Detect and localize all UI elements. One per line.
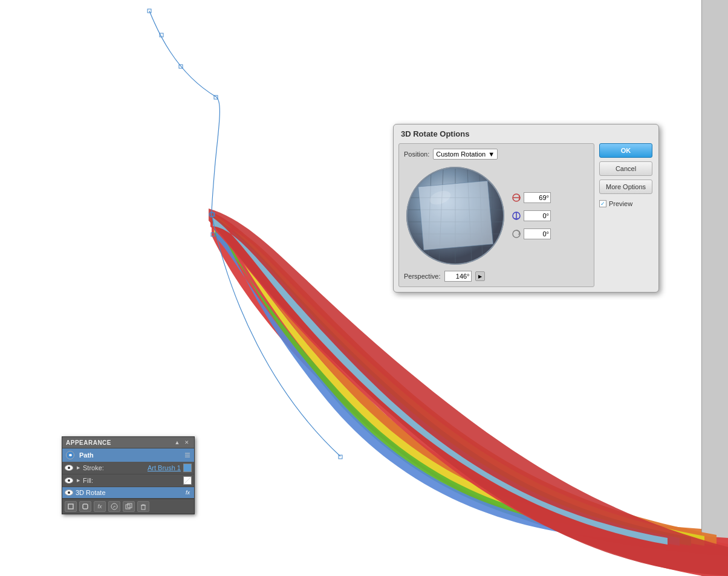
stroke-visibility-eye[interactable] xyxy=(65,465,73,471)
svg-rect-37 xyxy=(141,505,145,510)
x-rotation-icon xyxy=(512,193,521,202)
stroke-label: Stroke: xyxy=(83,464,145,471)
delete-item-button[interactable] xyxy=(137,501,149,512)
fx-icon: fx xyxy=(97,503,102,510)
svg-rect-33 xyxy=(83,504,88,509)
clear-icon xyxy=(111,503,118,510)
path-label: Path xyxy=(79,451,94,459)
dialog-3d-rotate: 3D Rotate Options Position: Custom Rotat… xyxy=(393,124,659,293)
svg-rect-21 xyxy=(418,181,493,250)
rounded-square-icon xyxy=(82,503,89,510)
perspective-input[interactable]: 146° xyxy=(444,271,472,282)
appearance-path-row: Path xyxy=(62,448,194,462)
z-rotation-input[interactable]: 0° xyxy=(524,228,551,239)
appearance-panel: APPEARANCE ▲ ✕ Path ▶ Stroke: Art Brush … xyxy=(62,436,195,514)
x-rotation-row: 69° xyxy=(512,192,551,203)
square-icon xyxy=(67,503,74,510)
dropdown-arrow-icon: ▼ xyxy=(488,150,495,158)
position-select-value: Custom Rotation xyxy=(436,150,486,158)
fill-row: ▶ Fill: xyxy=(62,474,194,487)
dialog-right-panel: OK Cancel More Options ✓ Preview xyxy=(599,143,654,287)
panel-options-svg xyxy=(184,452,190,458)
preview-checkbox[interactable]: ✓ xyxy=(599,200,606,207)
stroke-swatch[interactable] xyxy=(183,464,192,472)
sphere-container xyxy=(404,164,507,267)
rotation-x-icon-svg xyxy=(512,193,521,202)
appearance-footer: fx xyxy=(62,499,194,514)
panel-close-icon[interactable]: ✕ xyxy=(183,439,190,446)
y-rotation-icon xyxy=(512,211,521,221)
cancel-button[interactable]: Cancel xyxy=(599,161,652,176)
y-rotation-input[interactable]: 0° xyxy=(524,210,551,221)
panel-options-icon[interactable] xyxy=(184,452,190,458)
appearance-panel-title: APPEARANCE xyxy=(66,439,111,446)
perspective-slider-arrow[interactable]: ▶ xyxy=(475,271,485,281)
stroke-value[interactable]: Art Brush 1 xyxy=(148,464,181,471)
path-visibility-eye[interactable] xyxy=(66,451,74,459)
dialog-title: 3D Rotate Options xyxy=(398,129,654,138)
z-rotation-row: 0° xyxy=(512,228,551,239)
x-rotation-input[interactable]: 69° xyxy=(524,192,551,203)
sphere-svg xyxy=(404,164,507,267)
preview-row: ✓ Preview xyxy=(599,200,654,207)
rotation-z-icon-svg xyxy=(512,229,521,239)
duplicate-icon xyxy=(125,503,132,510)
position-row: Position: Custom Rotation ▼ xyxy=(404,149,589,160)
preview-label: Preview xyxy=(609,200,632,207)
fill-swatch[interactable] xyxy=(183,476,192,485)
effect-fx-badge: fx xyxy=(184,489,192,496)
clear-appearance-button[interactable] xyxy=(108,501,120,512)
duplicate-item-button[interactable] xyxy=(123,501,135,512)
stroke-row: ▶ Stroke: Art Brush 1 xyxy=(62,462,194,474)
effect-visibility-eye[interactable] xyxy=(65,490,73,496)
stroke-expand-icon[interactable]: ▶ xyxy=(76,465,80,470)
more-options-button[interactable]: More Options xyxy=(599,180,652,194)
effect-3d-rotate-row: 3D Rotate fx xyxy=(62,487,194,499)
appearance-panel-header: APPEARANCE ▲ ✕ xyxy=(62,437,194,448)
trash-icon xyxy=(140,503,147,510)
rotation-area: 69° 0° xyxy=(404,164,589,267)
fill-visibility-eye[interactable] xyxy=(65,477,73,484)
add-new-fill-button[interactable] xyxy=(79,501,91,512)
add-new-stroke-button[interactable] xyxy=(65,501,77,512)
position-select[interactable]: Custom Rotation ▼ xyxy=(433,149,498,160)
z-rotation-icon xyxy=(512,229,521,239)
dialog-left-panel: Position: Custom Rotation ▼ xyxy=(398,143,594,287)
rotation-y-icon-svg xyxy=(512,211,521,221)
panel-scroll-up-icon[interactable]: ▲ xyxy=(174,439,181,446)
svg-rect-32 xyxy=(68,504,73,509)
position-label: Position: xyxy=(404,150,429,158)
controls-column: 69° 0° xyxy=(512,192,551,239)
fill-expand-icon[interactable]: ▶ xyxy=(76,478,80,483)
perspective-row: Perspective: 146° ▶ xyxy=(404,271,589,282)
ok-button[interactable]: OK xyxy=(599,143,652,158)
dialog-content: Position: Custom Rotation ▼ xyxy=(398,143,654,287)
effect-label: 3D Rotate xyxy=(76,489,128,496)
perspective-label: Perspective: xyxy=(404,273,441,280)
y-rotation-row: 0° xyxy=(512,210,551,221)
fill-label: Fill: xyxy=(83,477,181,484)
appearance-header-icons: ▲ ✕ xyxy=(174,439,190,446)
add-effect-button[interactable]: fx xyxy=(94,501,106,512)
